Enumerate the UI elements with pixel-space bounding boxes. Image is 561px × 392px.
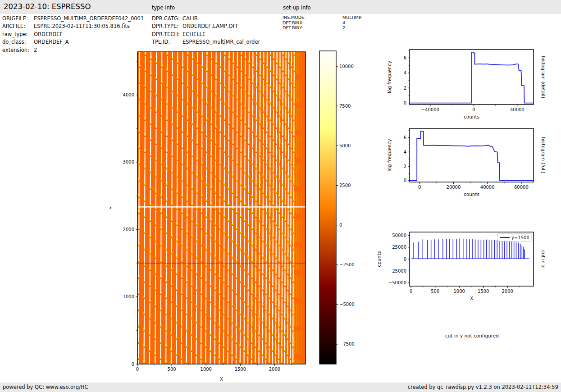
setup-info-heading: set-up info	[283, 5, 311, 11]
svg-text:0: 0	[339, 223, 342, 228]
svg-text:log frequency: log frequency	[387, 61, 392, 93]
file-info-row: ORIGFILE:ESPRESSO_MULTIMR_ORDERDEF042_00…	[2, 15, 144, 23]
field-value: ESPRESSO_multiMR_cal_order	[182, 39, 260, 45]
svg-text:4: 4	[404, 70, 406, 75]
svg-text:−25000: −25000	[388, 269, 406, 273]
svg-text:10000: 10000	[339, 64, 354, 69]
cut-in-x-plot: 050010001500200050000250000−25000−50000X…	[374, 225, 561, 309]
svg-text:cut in x: cut in x	[541, 250, 546, 268]
svg-text:20000: 20000	[447, 185, 461, 190]
field-label: ARCFILE:	[2, 23, 34, 29]
raw-image-plot: 050010001500200001000200030004000XY	[108, 45, 315, 382]
svg-text:2500: 2500	[339, 183, 351, 188]
svg-text:5000: 5000	[339, 143, 351, 148]
field-label: TPL.ID:	[152, 39, 182, 45]
field-label: extension:	[2, 47, 34, 53]
svg-text:6: 6	[404, 55, 406, 60]
page-title: 2023-02-10: ESPRESSO	[4, 2, 91, 11]
field-value: ORDERDEF	[34, 31, 63, 37]
field-value: MULTIMR	[342, 15, 362, 20]
svg-text:2: 2	[404, 164, 406, 169]
svg-text:0: 0	[404, 178, 406, 183]
svg-text:1000: 1000	[123, 294, 134, 299]
type-info-block: DPR.CATG:CALIB DPR.TYPE:ORDERDEF,LAMP,OF…	[152, 15, 260, 47]
field-value: ORDERDEF_A	[34, 39, 69, 45]
svg-text:counts: counts	[464, 191, 479, 197]
svg-text:2000: 2000	[123, 227, 134, 232]
svg-text:4: 4	[404, 150, 406, 155]
svg-text:log frequency: log frequency	[387, 139, 392, 171]
setup-info-row: DET.BINY:2	[283, 25, 362, 31]
colorbar: 100007500500025000−2500−5000−7500	[315, 45, 372, 382]
svg-text:2000: 2000	[502, 289, 513, 294]
field-value: 4	[342, 20, 345, 25]
svg-text:500: 500	[168, 367, 176, 372]
svg-text:2000: 2000	[269, 367, 280, 372]
svg-text:0: 0	[472, 107, 475, 112]
svg-text:1500: 1500	[478, 289, 489, 294]
field-label: ORIGFILE:	[2, 15, 34, 22]
svg-text:y=1500: y=1500	[511, 235, 529, 240]
field-label: DPR.TYPE:	[152, 23, 182, 29]
type-info-row: DPR.TECH:ECHELLE	[152, 31, 260, 39]
svg-text:40000: 40000	[480, 185, 495, 190]
file-info-row: ARCFILE:ESPRE.2023-02-11T11:30:05.816.fi…	[2, 23, 144, 31]
svg-text:7500: 7500	[339, 104, 351, 109]
field-value: 2	[342, 25, 345, 30]
svg-text:0: 0	[132, 362, 134, 367]
svg-text:histogram (detail): histogram (detail)	[541, 56, 546, 98]
svg-text:counts: counts	[376, 251, 382, 267]
header-bar: 2023-02-10: ESPRESSO type info set-up in…	[0, 0, 561, 14]
svg-text:0: 0	[404, 100, 406, 105]
svg-text:40000: 40000	[510, 107, 525, 112]
setup-info-row: INS.MODE:MULTIMR	[283, 15, 362, 20]
type-info-row: DPR.TYPE:ORDERDEF,LAMP,OFF	[152, 23, 260, 31]
svg-text:0: 0	[404, 257, 406, 262]
svg-text:−40000: −40000	[421, 107, 439, 112]
legend: y=1500	[497, 234, 532, 242]
type-info-row: DPR.CATG:CALIB	[152, 15, 260, 23]
svg-text:0: 0	[410, 289, 412, 294]
svg-text:1000: 1000	[201, 367, 212, 372]
svg-text:−7500: −7500	[339, 342, 355, 346]
field-value: ESPRESSO_MULTIMR_ORDERDEF042_0001	[34, 15, 144, 22]
svg-text:0: 0	[418, 185, 421, 190]
histogram-detail-plot: −400000400000246countslog frequencyhisto…	[374, 43, 561, 126]
field-value: CALIB	[182, 15, 198, 22]
svg-text:25000: 25000	[392, 245, 406, 250]
field-value: 2	[34, 47, 37, 53]
setup-info-row: DET.BINX:4	[283, 20, 362, 26]
type-info-heading: type info	[152, 5, 175, 11]
field-label: DPR.TECH:	[152, 31, 182, 37]
svg-text:0: 0	[136, 367, 139, 372]
svg-text:−2500: −2500	[339, 262, 355, 267]
setup-info-block: INS.MODE:MULTIMR DET.BINX:4 DET.BINY:2	[283, 15, 362, 31]
footer-bar: powered by QC: www.eso.org/HC created by…	[0, 383, 561, 392]
svg-text:Y: Y	[109, 206, 114, 210]
field-value: ESPRE.2023-02-11T11:30:05.816.fits	[34, 23, 130, 29]
svg-text:2: 2	[404, 86, 406, 91]
svg-text:X: X	[220, 376, 223, 382]
svg-text:3000: 3000	[123, 160, 134, 164]
field-label: INS.MODE:	[283, 15, 342, 20]
svg-text:histogram (full): histogram (full)	[541, 137, 546, 173]
svg-text:counts: counts	[464, 114, 479, 119]
file-info-row: raw_type:ORDERDEF	[2, 31, 144, 39]
svg-text:6: 6	[404, 135, 406, 140]
svg-text:4000: 4000	[123, 92, 134, 97]
svg-text:−50000: −50000	[388, 280, 406, 285]
field-label: DET.BINX:	[283, 20, 342, 25]
field-label: raw_type:	[2, 31, 34, 37]
field-label: DPR.CATG:	[152, 15, 182, 22]
cut-in-y-note: cut in y not configured	[408, 333, 536, 338]
svg-text:60000: 60000	[514, 185, 529, 190]
field-value: ORDERDEF,LAMP,OFF	[182, 23, 239, 29]
footer-left-text: powered by QC: www.eso.org/HC	[3, 384, 88, 390]
field-value: ECHELLE	[182, 31, 205, 37]
svg-text:500: 500	[431, 289, 439, 294]
field-label: do_class:	[2, 39, 34, 45]
svg-text:X: X	[470, 296, 473, 301]
svg-text:50000: 50000	[392, 233, 406, 238]
footer-right-text: created by qc_rawdisp.py v1.2.3 on 2023-…	[408, 384, 558, 390]
svg-text:−5000: −5000	[339, 302, 355, 307]
